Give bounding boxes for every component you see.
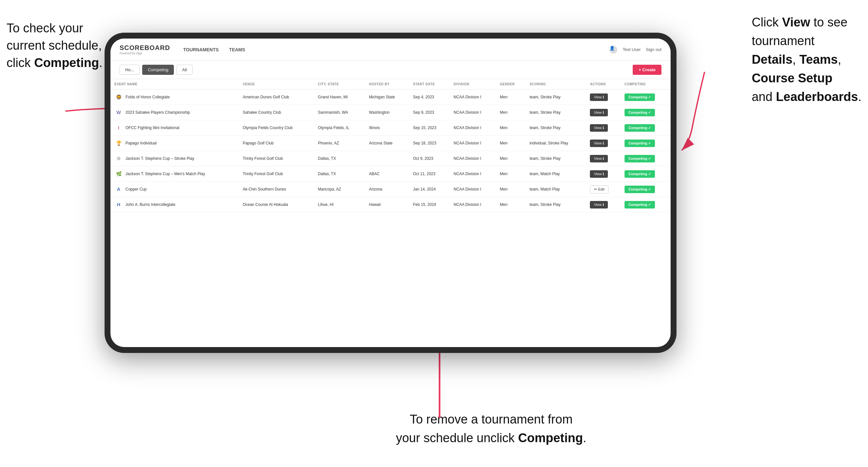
table-cell: Illinois (365, 120, 409, 136)
competing-button[interactable]: Competing ✓ (624, 170, 655, 178)
competing-cell: Competing ✓ (621, 136, 671, 151)
event-name-cell: 🏆 Papago Individual (114, 139, 235, 147)
tablet-frame: SCOREBOARD Powered by clipp TOURNAMENTS … (104, 33, 677, 353)
competing-button[interactable]: Competing ✓ (624, 186, 655, 193)
table-cell: ABAC (365, 166, 409, 182)
nav-teams[interactable]: TEAMS (229, 45, 245, 54)
table-cell: Men (496, 166, 526, 182)
user-text: Test User (623, 47, 641, 52)
view-button[interactable]: View ℹ (590, 109, 608, 116)
col-hosted: HOSTED BY (365, 79, 409, 90)
table-cell: Oct 9, 2023 (409, 151, 450, 166)
competing-cell: Competing ✓ (621, 105, 671, 120)
competing-button[interactable]: Competing ✓ (624, 93, 655, 101)
table-cell: NCAA Division I (450, 136, 496, 151)
table-cell: Lihue, HI (314, 197, 365, 212)
sub-toolbar: Ho... Competing All + Create (111, 61, 671, 79)
table-cell: Ak-Chin Southern Dunes (239, 182, 314, 197)
table-cell: Maricopa, AZ (314, 182, 365, 197)
event-name-text: OFCC Fighting Illini Invitational (125, 125, 179, 130)
col-start-date: START DATE (409, 79, 450, 90)
table-cell: Sammamish, WA (314, 105, 365, 120)
nav-tournaments[interactable]: TOURNAMENTS (183, 45, 219, 54)
view-button[interactable]: View ℹ (590, 155, 608, 162)
table-cell: NCAA Division I (450, 151, 496, 166)
table-cell: Men (496, 151, 526, 166)
create-button[interactable]: + Create (633, 65, 661, 75)
col-venue: VENUE (239, 79, 314, 90)
table-cell: NCAA Division I (450, 90, 496, 105)
event-name-text: Folds of Honor Collegiate (125, 95, 169, 99)
team-logo: 🏆 (114, 139, 123, 147)
competing-filter-button[interactable]: Competing (142, 65, 174, 75)
competing-button[interactable]: Competing ✓ (624, 139, 655, 147)
user-icon: 👤 (610, 46, 617, 54)
nav-links: TOURNAMENTS TEAMS (183, 45, 610, 54)
competing-cell: Competing ✓ (621, 166, 671, 182)
table-cell: Phoenix, AZ (314, 136, 365, 151)
table-cell: Hawaii (365, 197, 409, 212)
table-cell: Sep 9, 2023 (409, 105, 450, 120)
table-cell: Sep 18, 2023 (409, 136, 450, 151)
table-row: H John A. Burns Intercollegiate Ocean Co… (111, 197, 671, 212)
edit-button[interactable]: ✏ Edit (590, 185, 609, 193)
table-cell: Jan 14, 2024 (409, 182, 450, 197)
table-cell: team, Stroke Play (526, 120, 586, 136)
col-actions: ACTIONS (586, 79, 621, 90)
actions-cell: View ℹ (586, 197, 621, 212)
actions-cell: View ℹ (586, 166, 621, 182)
team-logo: A (114, 185, 123, 193)
competing-button[interactable]: Competing ✓ (624, 109, 655, 116)
tournaments-table: EVENT NAME VENUE CITY, STATE HOSTED BY S… (111, 79, 671, 212)
logo-subtitle: Powered by clipp (120, 52, 170, 55)
view-button[interactable]: View ℹ (590, 93, 608, 101)
all-filter-button[interactable]: All (177, 65, 192, 75)
table-cell: NCAA Division I (450, 120, 496, 136)
table-row: 🦁 Folds of Honor Collegiate American Dun… (111, 90, 671, 105)
table-cell: team, Match Play (526, 166, 586, 182)
table-cell: Trinity Forest Golf Club (239, 151, 314, 166)
competing-button[interactable]: Competing ✓ (624, 201, 655, 209)
scoreboard-logo: SCOREBOARD Powered by clipp (120, 44, 170, 55)
table-cell: Papago Golf Club (239, 136, 314, 151)
event-name-text: 2023 Sahalee Players Championship (125, 110, 190, 115)
home-filter-button[interactable]: Ho... (120, 65, 140, 75)
table-cell: NCAA Division I (450, 182, 496, 197)
team-logo: H (114, 200, 123, 209)
table-cell: Men (496, 136, 526, 151)
table-cell: team, Stroke Play (526, 90, 586, 105)
actions-cell: View ℹ (586, 90, 621, 105)
team-logo: I (114, 124, 123, 132)
col-city: CITY, STATE (314, 79, 365, 90)
table-cell: Dallas, TX (314, 166, 365, 182)
team-logo: W (114, 108, 123, 117)
competing-cell: Competing ✓ (621, 120, 671, 136)
view-button[interactable]: View ℹ (590, 170, 608, 178)
actions-cell: View ℹ (586, 105, 621, 120)
col-gender: GENDER (496, 79, 526, 90)
view-button[interactable]: View ℹ (590, 124, 608, 132)
actions-cell: View ℹ (586, 151, 621, 166)
view-button[interactable]: View ℹ (590, 201, 608, 209)
view-button[interactable]: View ℹ (590, 139, 608, 147)
col-competing: COMPETING (621, 79, 671, 90)
table-cell: Arizona (365, 182, 409, 197)
competing-cell: Competing ✓ (621, 90, 671, 105)
app-content: SCOREBOARD Powered by clipp TOURNAMENTS … (111, 38, 671, 347)
competing-button[interactable]: Competing ✓ (624, 124, 655, 132)
sign-out-link[interactable]: Sign out (646, 47, 661, 52)
competing-button[interactable]: Competing ✓ (624, 155, 655, 162)
table-cell: Arizona State (365, 136, 409, 151)
table-cell: American Dunes Golf Club (239, 90, 314, 105)
team-logo: ⚙ (114, 154, 123, 163)
table-row: A Copper Cup Ak-Chin Southern DunesMaric… (111, 182, 671, 197)
table-cell: individual, Stroke Play (526, 136, 586, 151)
table-cell: Washington (365, 105, 409, 120)
actions-cell: View ℹ (586, 136, 621, 151)
event-name-text: Jackson T. Stephens Cup – Stroke Play (125, 156, 194, 161)
table-row: 🏆 Papago Individual Papago Golf ClubPhoe… (111, 136, 671, 151)
event-name-text: Jackson T. Stephens Cup – Men's Match Pl… (125, 172, 205, 176)
nav-right: 👤 Test User Sign out (610, 46, 661, 54)
table-cell: NCAA Division I (450, 197, 496, 212)
competing-cell: Competing ✓ (621, 197, 671, 212)
